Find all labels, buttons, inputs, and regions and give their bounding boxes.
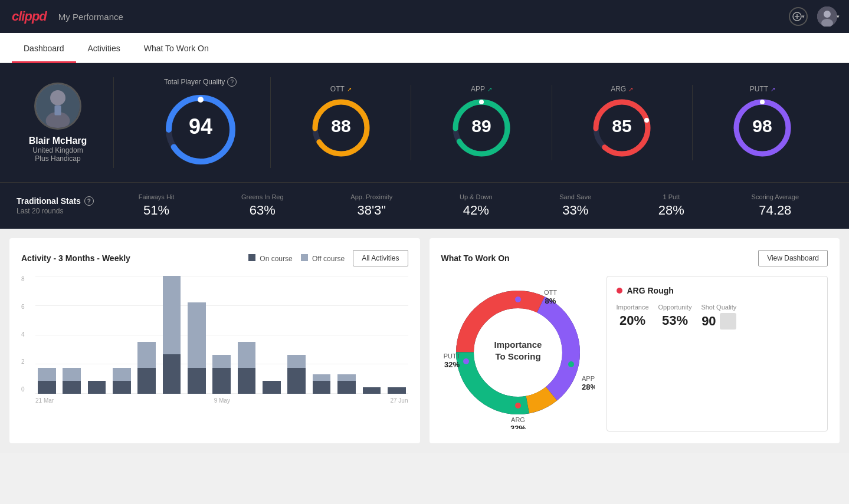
stat-up-down: Up & Down 42% bbox=[460, 193, 493, 218]
svg-point-35 bbox=[568, 361, 574, 367]
bar-group-7 bbox=[211, 276, 233, 394]
svg-text:OTT: OTT bbox=[544, 289, 557, 296]
all-activities-button[interactable]: All Activities bbox=[353, 250, 408, 266]
y-label-0: 0 bbox=[21, 386, 25, 393]
off-course-bar bbox=[313, 374, 331, 381]
stats-title: Traditional Stats ? bbox=[17, 196, 99, 206]
svg-text:To Scoring: To Scoring bbox=[495, 351, 540, 361]
off-course-bar bbox=[63, 368, 81, 381]
what-to-work-on-card: What To Work On View Dashboard bbox=[430, 238, 840, 443]
on-course-bar bbox=[313, 381, 331, 394]
gauge-arg: ARG ↗ 85 bbox=[552, 85, 693, 160]
add-button[interactable]: ▾ bbox=[789, 7, 808, 26]
svg-text:94: 94 bbox=[189, 114, 212, 139]
activity-legend: On course Off course bbox=[248, 254, 345, 263]
off-course-bar bbox=[137, 342, 156, 368]
bar-group-9 bbox=[260, 276, 283, 394]
svg-point-12 bbox=[198, 97, 204, 103]
player-avatar bbox=[34, 83, 81, 130]
off-course-legend: Off course bbox=[301, 254, 345, 263]
bar-chart-bars bbox=[35, 276, 408, 394]
gauge-app: APP ↗ 89 bbox=[411, 85, 552, 160]
svg-point-37 bbox=[463, 358, 469, 364]
svg-text:88: 88 bbox=[331, 116, 350, 136]
putt-label: PUTT ↗ bbox=[750, 85, 775, 93]
player-handicap: Plus Handicap bbox=[35, 154, 80, 163]
bar-group-13 bbox=[360, 276, 383, 394]
tab-dashboard[interactable]: Dashboard bbox=[12, 33, 76, 63]
off-course-bar bbox=[238, 342, 256, 368]
ott-arrow-icon: ↗ bbox=[347, 86, 352, 93]
header: clippd My Performance ▾ ▾ bbox=[0, 0, 849, 33]
on-course-bar bbox=[263, 381, 281, 394]
total-quality-help-icon[interactable]: ? bbox=[227, 77, 237, 87]
stat-scoring-average: Scoring Average 74.28 bbox=[752, 193, 799, 218]
on-course-bar bbox=[63, 381, 81, 394]
tab-activities[interactable]: Activities bbox=[76, 33, 132, 63]
svg-rect-9 bbox=[54, 106, 61, 116]
bar-group-12 bbox=[335, 276, 358, 394]
player-country: United Kingdom bbox=[32, 146, 83, 154]
svg-text:89: 89 bbox=[471, 116, 491, 136]
on-course-bar bbox=[212, 368, 231, 394]
app-label: APP ↗ bbox=[471, 85, 492, 93]
on-course-bar bbox=[163, 354, 181, 394]
info-card-title: ARG Rough bbox=[617, 286, 818, 295]
svg-text:32%: 32% bbox=[510, 424, 525, 429]
bar-group-14 bbox=[385, 276, 408, 394]
stats-items: Fairways Hit 51% Greens In Reg 63% App. … bbox=[105, 193, 832, 218]
on-course-bar bbox=[388, 387, 406, 394]
tabs-bar: Dashboard Activities What To Work On bbox=[0, 33, 849, 63]
stats-row: Traditional Stats ? Last 20 rounds Fairw… bbox=[0, 182, 849, 229]
metric-importance: Importance 20% bbox=[617, 304, 649, 330]
metric-shot-quality: Shot Quality 90 bbox=[701, 304, 736, 330]
stat-app-proximity: App. Proximity 38'3" bbox=[350, 193, 392, 218]
on-course-bar bbox=[113, 381, 131, 394]
stat-1-putt: 1 Putt 28% bbox=[658, 193, 684, 218]
header-title: My Performance bbox=[58, 12, 123, 22]
bar-group-6 bbox=[185, 276, 208, 394]
on-course-bar bbox=[337, 381, 356, 394]
x-labels: 21 Mar 9 May 27 Jun bbox=[21, 397, 408, 404]
svg-text:8%: 8% bbox=[545, 297, 556, 305]
y-label-4: 4 bbox=[21, 331, 25, 338]
gauge-putt: PUTT ↗ 98 bbox=[693, 85, 832, 160]
svg-text:98: 98 bbox=[753, 116, 772, 136]
stats-help-icon[interactable]: ? bbox=[84, 196, 94, 206]
bar-group-11 bbox=[310, 276, 333, 394]
bar-group-10 bbox=[286, 276, 308, 394]
bar-group-3 bbox=[110, 276, 133, 394]
arg-label: ARG ↗ bbox=[611, 85, 633, 93]
activity-card-header: Activity - 3 Months - Weekly On course O… bbox=[21, 250, 408, 266]
info-card: ARG Rough Importance 20% Opportunity 53%… bbox=[607, 276, 828, 431]
gauge-ott: OTT ↗ 88 bbox=[271, 85, 411, 160]
off-course-bar bbox=[287, 355, 306, 368]
donut-section: Importance To Scoring OTT 8% APP 28% ARG… bbox=[441, 276, 595, 431]
gauges-row: Total Player Quality ? 94 OTT ↗ bbox=[113, 77, 832, 168]
bar-group-5 bbox=[160, 276, 183, 394]
stat-fairways-hit: Fairways Hit 51% bbox=[139, 193, 175, 218]
svg-text:32%: 32% bbox=[444, 360, 459, 369]
on-course-bar bbox=[137, 368, 156, 394]
gauge-total: Total Player Quality ? 94 bbox=[130, 77, 271, 168]
view-dashboard-button[interactable]: View Dashboard bbox=[758, 250, 828, 266]
info-metrics: Importance 20% Opportunity 53% Shot Qual… bbox=[617, 304, 818, 330]
user-avatar[interactable]: ▾ bbox=[817, 6, 837, 27]
on-course-bar bbox=[363, 387, 381, 394]
svg-point-36 bbox=[515, 403, 521, 409]
bar-group-4 bbox=[135, 276, 158, 394]
bar-group-2 bbox=[86, 276, 108, 394]
off-course-dot bbox=[301, 254, 308, 261]
activity-card: Activity - 3 Months - Weekly On course O… bbox=[9, 238, 420, 443]
svg-text:28%: 28% bbox=[582, 383, 595, 391]
svg-text:APP: APP bbox=[582, 375, 595, 382]
y-label-8: 8 bbox=[21, 276, 25, 282]
svg-point-27 bbox=[760, 100, 765, 104]
y-label-2: 2 bbox=[21, 358, 25, 365]
activity-title: Activity - 3 Months - Weekly bbox=[21, 253, 130, 263]
bar-group-0 bbox=[35, 276, 58, 394]
on-course-bar bbox=[88, 381, 106, 394]
tab-what-to-work-on[interactable]: What To Work On bbox=[132, 33, 221, 63]
bar-group-8 bbox=[235, 276, 258, 394]
wtwo-title: What To Work On bbox=[441, 253, 510, 263]
